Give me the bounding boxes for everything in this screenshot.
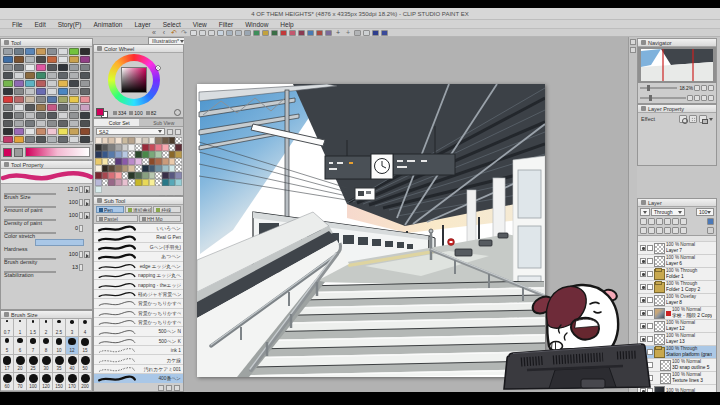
tool-icon[interactable] xyxy=(25,120,35,127)
sub-tool-item[interactable]: 400番ペン xyxy=(94,374,183,383)
tool-icon[interactable] xyxy=(36,136,46,143)
material-icon[interactable] xyxy=(271,30,278,36)
tool-icon[interactable] xyxy=(58,128,68,135)
color-swatch[interactable] xyxy=(135,137,142,144)
tool-icon[interactable] xyxy=(14,56,24,63)
tool-icon[interactable] xyxy=(36,128,46,135)
color-swatch[interactable] xyxy=(128,151,135,158)
tool-icon[interactable] xyxy=(14,64,24,71)
layer-color-icon[interactable] xyxy=(699,115,707,123)
brush-size-cell[interactable]: 12 xyxy=(66,337,79,355)
brush-size-cell[interactable]: 6 xyxy=(14,337,27,355)
rotate-right-icon[interactable] xyxy=(694,95,700,101)
color-swatch[interactable] xyxy=(169,137,176,144)
sub-color-swatch[interactable] xyxy=(14,148,23,157)
merge-down-icon[interactable] xyxy=(672,227,679,234)
brush-size-cell[interactable]: 15 xyxy=(79,337,92,355)
canvas-document[interactable] xyxy=(197,84,545,377)
color-swatch[interactable] xyxy=(169,165,176,172)
navigator-header[interactable]: Navigator xyxy=(638,39,716,47)
opacity-select[interactable]: 100 xyxy=(696,208,714,216)
undo-icon[interactable]: ↶ xyxy=(170,30,178,36)
pen-pressure-icon[interactable] xyxy=(84,186,90,193)
layer-thumbnail[interactable] xyxy=(660,373,671,384)
layer-visibility-icon[interactable] xyxy=(640,271,646,277)
tab-color-set[interactable]: Color Set xyxy=(94,119,139,126)
tool-icon[interactable] xyxy=(25,56,35,63)
color-swatch[interactable] xyxy=(162,137,169,144)
tool-icon[interactable] xyxy=(3,128,13,135)
tool-icon[interactable] xyxy=(36,96,46,103)
color-swatch[interactable] xyxy=(162,151,169,158)
tool-icon[interactable] xyxy=(36,88,46,95)
tool-icon[interactable] xyxy=(58,64,68,71)
tool-icon[interactable] xyxy=(3,96,13,103)
color-swatch[interactable] xyxy=(162,158,169,165)
color-swatch[interactable] xyxy=(175,165,182,172)
sub-tool-group-tab[interactable]: HH Mo xyxy=(139,215,181,222)
tool-icon[interactable] xyxy=(47,104,57,111)
color-swatch[interactable] xyxy=(142,151,149,158)
zoom-in-icon[interactable] xyxy=(701,85,707,91)
transfer-layer-icon[interactable] xyxy=(664,227,671,234)
color-swatch[interactable] xyxy=(95,172,102,179)
blank-chip-icon[interactable] xyxy=(363,30,370,36)
tool-icon[interactable] xyxy=(36,120,46,127)
tool-icon[interactable] xyxy=(58,88,68,95)
color-swatch[interactable] xyxy=(155,172,162,179)
tone-icon[interactable] xyxy=(689,115,697,123)
color-swatch[interactable] xyxy=(122,137,129,144)
color-swatch[interactable] xyxy=(135,165,142,172)
tool-icon[interactable] xyxy=(69,64,79,71)
tool-icon[interactable] xyxy=(58,56,68,63)
palette-icon[interactable] xyxy=(298,30,305,36)
tool-icon[interactable] xyxy=(47,128,57,135)
add-subtool-icon[interactable] xyxy=(158,385,164,391)
set-as-reference-icon[interactable] xyxy=(648,218,655,225)
color-swatch[interactable] xyxy=(155,179,162,186)
fg-bg-swatches[interactable] xyxy=(96,108,110,118)
color-swatch[interactable] xyxy=(149,165,156,172)
property-slider[interactable] xyxy=(4,206,56,208)
property-slider[interactable] xyxy=(4,219,56,221)
brush-size-cell[interactable]: 200 xyxy=(79,373,92,391)
new-document-icon[interactable] xyxy=(190,30,197,36)
color-swatch[interactable] xyxy=(122,172,129,179)
color-swatch[interactable] xyxy=(142,172,149,179)
tool-icon[interactable] xyxy=(80,88,90,95)
brush-size-cell[interactable]: 60 xyxy=(1,373,14,391)
tool-icon[interactable] xyxy=(36,56,46,63)
tool-icon[interactable] xyxy=(69,96,79,103)
spinner-icon[interactable] xyxy=(79,264,83,271)
color-swatch[interactable] xyxy=(128,144,135,151)
new-raster-layer-icon[interactable] xyxy=(640,227,647,234)
brush-size-cell[interactable]: 7 xyxy=(27,337,40,355)
color-swatch[interactable] xyxy=(142,144,149,151)
color-swatch[interactable] xyxy=(122,165,129,172)
save-all-icon[interactable] xyxy=(208,30,215,36)
clip-at-layer-icon[interactable] xyxy=(640,218,647,225)
color-set-menu-icon[interactable] xyxy=(175,129,181,135)
tool-icon[interactable] xyxy=(3,104,13,111)
color-swatch[interactable] xyxy=(135,172,142,179)
color-swatch[interactable] xyxy=(128,179,135,186)
intermediate-color-bar[interactable] xyxy=(25,147,90,157)
property-slider[interactable] xyxy=(4,271,56,273)
color-swatch[interactable] xyxy=(169,151,176,158)
quick-access-icon[interactable] xyxy=(630,39,636,45)
color-swatch[interactable] xyxy=(155,151,162,158)
color-swatch[interactable] xyxy=(108,144,115,151)
tool-icon[interactable] xyxy=(47,96,57,103)
tool-icon[interactable] xyxy=(3,72,13,79)
tool-icon[interactable] xyxy=(58,104,68,111)
reset-view-icon[interactable] xyxy=(708,95,714,101)
spinner-icon[interactable] xyxy=(79,251,83,258)
layer-thumbnail[interactable] xyxy=(660,360,671,371)
menu-item-view[interactable]: View xyxy=(187,20,213,29)
layer-checkbox[interactable] xyxy=(647,245,653,251)
color-swatch[interactable] xyxy=(115,179,122,186)
grid-icon[interactable] xyxy=(316,30,323,36)
color-swatch[interactable] xyxy=(155,158,162,165)
menu-item-help[interactable]: Help xyxy=(274,20,299,29)
layer-panel-header[interactable]: Layer xyxy=(638,199,716,207)
